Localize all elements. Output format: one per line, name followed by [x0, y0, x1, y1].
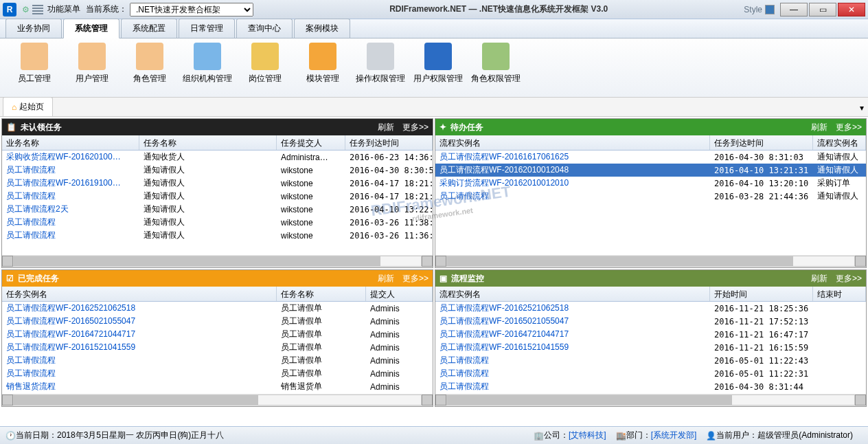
cell[interactable]: 员工请假流程WF-20161521041559 [2, 341, 277, 354]
table-row[interactable]: 员工请假流程WF-201619100…通知请假人wikstone2016-04-… [2, 177, 433, 190]
more-link[interactable]: 更多>> [836, 273, 862, 285]
cell[interactable]: 员工请假流程 [2, 216, 139, 229]
column-header[interactable]: 开始时间 [710, 287, 813, 301]
table-row[interactable]: 员工请假流程WF-20162521062518员工请假单Adminis [2, 302, 433, 315]
column-header[interactable]: 流程实例名 [813, 135, 866, 150]
refresh-link[interactable]: 刷新 [811, 122, 827, 133]
ribbon-item-0[interactable]: 员工管理 [5, 41, 63, 94]
company-link[interactable]: [艾特科技] [569, 430, 606, 441]
column-header[interactable]: 流程实例名 [435, 135, 710, 150]
main-tab-4[interactable]: 查询中心 [236, 19, 293, 38]
ribbon-item-7[interactable]: 用户权限管理 [409, 41, 467, 94]
main-tab-0[interactable]: 业务协同 [5, 19, 62, 38]
column-header[interactable]: 流程实例名 [435, 287, 710, 301]
column-header[interactable]: 任务到达时间 [345, 135, 433, 150]
tab-start-page[interactable]: ⌂ 起始页 [3, 97, 53, 116]
cell[interactable]: 员工请假流程WF-20165021055047 [435, 315, 710, 328]
cell[interactable]: 员工请假流程 [435, 380, 710, 393]
cell[interactable]: 员工请假流程 [2, 367, 277, 380]
cell[interactable]: 员工请假流程 [2, 164, 139, 177]
column-header[interactable]: 提交人 [366, 287, 433, 301]
cell[interactable]: 员工请假流程WF-20162521062518 [2, 302, 277, 315]
table-row[interactable]: 员工请假流程WF-201615210415592016-11-21 16:15:… [435, 341, 866, 354]
table-row[interactable]: 员工请假流程2016-05-01 11:22:31 [435, 367, 866, 380]
table-row[interactable]: 员工请假流程WF-201647210447172016-11-21 16:47:… [435, 328, 866, 341]
table-row[interactable]: 员工请假流程WF-20164721044717员工请假单Adminis [2, 328, 433, 341]
cell[interactable]: 员工请假流程 [2, 190, 139, 203]
table-row[interactable]: 采购收货流程WF-201620100…通知收货人Administra…2016-… [2, 151, 433, 164]
cell[interactable]: 采购订货流程WF-20162010012010 [435, 177, 710, 190]
table-row[interactable]: 员工请假流程员工请假单Adminis [2, 354, 433, 367]
cell[interactable]: 员工请假流程WF-20161617061625 [435, 151, 710, 164]
more-link[interactable]: 更多>> [402, 273, 429, 285]
ribbon-item-6[interactable]: 操作权限管理 [352, 41, 409, 94]
ribbon-item-1[interactable]: 用户管理 [63, 41, 121, 94]
horizontal-scrollbar[interactable] [2, 394, 433, 406]
minimize-button[interactable]: — [780, 3, 808, 16]
dept-link[interactable]: [系统开发部] [651, 430, 697, 441]
tab-dropdown-icon[interactable]: ▾ [860, 103, 864, 113]
table-row[interactable]: 员工请假流程2016-05-01 11:22:43 [435, 354, 866, 367]
horizontal-scrollbar[interactable] [2, 255, 433, 267]
cell[interactable]: 员工请假流程2天 [2, 203, 139, 216]
ribbon-item-4[interactable]: 岗位管理 [236, 41, 294, 94]
cell[interactable]: 员工请假流程WF-20162010012048 [435, 164, 710, 177]
cell[interactable]: 员工请假流程WF-201619100… [2, 177, 139, 190]
column-header[interactable]: 任务实例名 [2, 287, 277, 301]
table-row[interactable]: 采购订货流程WF-201620100120102016-04-10 13:20:… [435, 177, 866, 190]
style-color-picker[interactable] [765, 5, 775, 14]
menu-label[interactable]: 功能菜单 [47, 3, 80, 15]
cell[interactable]: 销售退货流程 [2, 380, 277, 393]
column-header[interactable]: 业务名称 [2, 135, 139, 150]
column-header[interactable]: 任务名称 [139, 135, 277, 150]
menu-icon[interactable] [32, 5, 43, 14]
column-header[interactable]: 结束时 [813, 287, 866, 301]
refresh-link[interactable]: 刷新 [811, 273, 827, 285]
cell[interactable]: 员工请假流程WF-20162521062518 [435, 302, 710, 315]
table-row[interactable]: 员工请假流程通知请假人wikstone2016-04-30 8:30:5 [2, 164, 433, 177]
table-row[interactable]: 员工请假流程WF-201620100120482016-04-10 13:21:… [435, 164, 866, 177]
table-row[interactable]: 员工请假流程通知请假人wikstone2016-04-17 18:21: [2, 190, 433, 203]
ribbon-item-5[interactable]: 模块管理 [294, 41, 352, 94]
table-row[interactable]: 员工请假流程通知请假人wikstone2016-03-26 11:38: [2, 216, 433, 229]
table-row[interactable]: 员工请假流程WF-20161521041559员工请假单Adminis [2, 341, 433, 354]
ribbon-item-3[interactable]: 组织机构管理 [179, 41, 236, 94]
table-row[interactable]: 员工请假流程WF-201650210550472016-11-21 17:52:… [435, 315, 866, 328]
column-header[interactable]: 任务到达时间 [710, 135, 813, 150]
cell[interactable]: 员工请假流程WF-20164721044717 [2, 328, 277, 341]
table-row[interactable]: 销售退货流程销售退货单Adminis [2, 380, 433, 393]
cell[interactable]: 员工请假流程 [2, 354, 277, 367]
table-row[interactable]: 员工请假流程2016-03-28 21:44:36通知请假人 [435, 190, 866, 203]
horizontal-scrollbar[interactable] [435, 255, 866, 267]
column-header[interactable]: 任务提交人 [277, 135, 345, 150]
table-row[interactable]: 员工请假流程2016-04-30 8:31:44 [435, 380, 866, 393]
table-row[interactable]: 员工请假流程WF-201625210625182016-11-21 18:25:… [435, 302, 866, 315]
table-row[interactable]: 员工请假流程WF-201616170616252016-04-30 8:31:0… [435, 151, 866, 164]
cell[interactable]: 员工请假流程WF-20165021055047 [2, 315, 277, 328]
system-select[interactable]: .NET快速开发整合框架 [130, 3, 253, 16]
main-tab-2[interactable]: 系统配置 [121, 19, 177, 38]
refresh-link[interactable]: 刷新 [378, 273, 394, 285]
style-label[interactable]: Style [744, 5, 762, 14]
horizontal-scrollbar[interactable] [435, 394, 866, 406]
cell[interactable]: 员工请假流程 [435, 367, 710, 380]
table-row[interactable]: 员工请假流程通知请假人wikstone2016-03-26 11:36: [2, 229, 433, 242]
cell[interactable]: 员工请假流程WF-20164721044717 [435, 328, 710, 341]
cell[interactable]: 员工请假流程 [435, 354, 710, 367]
main-tab-5[interactable]: 案例模块 [294, 19, 350, 38]
table-row[interactable]: 员工请假流程员工请假单Adminis [2, 367, 433, 380]
table-row[interactable]: 员工请假流程2天通知请假人wikstone2016-04-10 13:22: [2, 203, 433, 216]
main-tab-1[interactable]: 系统管理 [63, 19, 119, 38]
cell[interactable]: 员工请假流程 [435, 190, 710, 203]
more-link[interactable]: 更多>> [836, 122, 862, 133]
main-tab-3[interactable]: 日常管理 [179, 19, 235, 38]
table-row[interactable]: 员工请假流程WF-20165021055047员工请假单Adminis [2, 315, 433, 328]
column-header[interactable]: 任务名称 [277, 287, 366, 301]
maximize-button[interactable]: ▭ [809, 3, 836, 16]
ribbon-item-8[interactable]: 角色权限管理 [467, 41, 525, 94]
scroll-left-icon[interactable] [2, 256, 13, 267]
cell[interactable]: 采购收货流程WF-201620100… [2, 151, 139, 164]
close-button[interactable]: ✕ [838, 3, 865, 16]
scroll-right-icon[interactable] [422, 256, 433, 267]
refresh-link[interactable]: 刷新 [378, 122, 394, 133]
